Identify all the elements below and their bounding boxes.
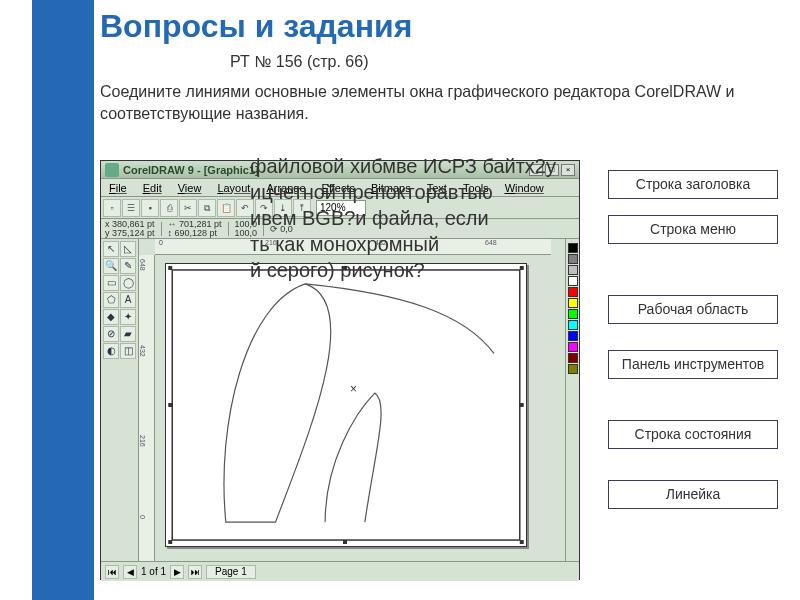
open-icon[interactable]: ☰ [122, 199, 140, 217]
status-bar: ⏮ ◀ 1 of 1 ▶ ⏭ Page 1 [101, 561, 579, 581]
page-title: Вопросы и задания [100, 8, 790, 45]
shape-tool-icon[interactable]: ◺ [120, 241, 136, 257]
coord-y: y 375,124 pt [105, 229, 155, 238]
color-swatch[interactable] [568, 320, 578, 330]
copy-icon[interactable]: ⧉ [198, 199, 216, 217]
drawing-page[interactable]: × [165, 263, 527, 547]
page-tab[interactable]: Page 1 [206, 565, 256, 579]
overlaid-question-text: файловой хибмве ИСРЗ байтх2у ицчетной пр… [250, 153, 720, 283]
ellipse-tool-icon[interactable]: ◯ [120, 275, 136, 291]
interactive-fill-icon[interactable]: ◆ [103, 309, 119, 325]
svg-text:×: × [350, 382, 357, 396]
page-subtitle: РТ № 156 (стр. 66) [230, 53, 790, 71]
page-info: 1 of 1 [141, 566, 166, 577]
color-swatch[interactable] [568, 331, 578, 341]
instruction-text: Соедините линиями основные элементы окна… [100, 81, 790, 124]
label-toolbox[interactable]: Панель инструментов [608, 350, 778, 379]
color-swatch[interactable] [568, 287, 578, 297]
label-ruler[interactable]: Линейка [608, 480, 778, 509]
print-icon[interactable]: ⎙ [160, 199, 178, 217]
svg-rect-1 [168, 266, 172, 270]
new-icon[interactable]: ▫ [103, 199, 121, 217]
label-statusbar[interactable]: Строка состояния [608, 420, 778, 449]
menu-edit[interactable]: Edit [137, 181, 168, 195]
cut-icon[interactable]: ✂ [179, 199, 197, 217]
last-page-button[interactable]: ⏭ [188, 565, 202, 579]
label-workspace[interactable]: Рабочая область [608, 295, 778, 324]
freehand-tool-icon[interactable]: ✎ [120, 258, 136, 274]
polygon-tool-icon[interactable]: ⬠ [103, 292, 119, 308]
svg-rect-3 [168, 540, 172, 544]
toolbox: ↖ ◺ 🔍 ✎ ▭ ◯ ⬠ A ◆ ✦ ⊘ ▰ ◐ ◫ [101, 239, 139, 561]
svg-rect-4 [520, 540, 524, 544]
overlay-line: й серого) рисунок? [250, 257, 720, 283]
content-area: Вопросы и задания РТ № 156 (стр. 66) Сое… [100, 8, 790, 130]
paste-icon[interactable]: 📋 [217, 199, 235, 217]
overlay-line: ть как монохромный [250, 231, 720, 257]
transp-tool-icon[interactable]: ◫ [120, 343, 136, 359]
color-swatch[interactable] [568, 298, 578, 308]
outline-tool-icon[interactable]: ⊘ [103, 326, 119, 342]
vector-drawing: × [166, 264, 526, 546]
prev-page-button[interactable]: ◀ [123, 565, 137, 579]
color-swatch[interactable] [568, 364, 578, 374]
overlay-line: ивем BGB?и файла, если [250, 205, 720, 231]
fill-tool-icon[interactable]: ▰ [120, 326, 136, 342]
color-palette [565, 239, 579, 561]
blend-tool-icon[interactable]: ◐ [103, 343, 119, 359]
save-icon[interactable]: ▪ [141, 199, 159, 217]
pick-tool-icon[interactable]: ↖ [103, 241, 119, 257]
first-page-button[interactable]: ⏮ [105, 565, 119, 579]
svg-rect-6 [343, 540, 347, 544]
color-swatch[interactable] [568, 309, 578, 319]
coord-h: ↕ 690,128 pt [168, 229, 222, 238]
overlay-line: ицчетной препокторавтью [250, 179, 720, 205]
app-icon [105, 163, 119, 177]
app-title: CorelDRAW 9 - [Graphic1] [123, 164, 259, 176]
text-tool-icon[interactable]: A [120, 292, 136, 308]
canvas-area[interactable]: 0 216 432 648 648 432 216 0 [139, 239, 565, 561]
menu-view[interactable]: View [172, 181, 208, 195]
color-swatch[interactable] [568, 353, 578, 363]
color-swatch[interactable] [568, 342, 578, 352]
menu-file[interactable]: File [103, 181, 133, 195]
svg-rect-7 [168, 403, 172, 407]
eyedrop-tool-icon[interactable]: ✦ [120, 309, 136, 325]
overlay-line: файловой хибмве ИСРЗ байтх2у [250, 153, 720, 179]
rectangle-tool-icon[interactable]: ▭ [103, 275, 119, 291]
svg-rect-8 [520, 403, 524, 407]
zoom-tool-icon[interactable]: 🔍 [103, 258, 119, 274]
workspace: ↖ ◺ 🔍 ✎ ▭ ◯ ⬠ A ◆ ✦ ⊘ ▰ ◐ ◫ 0 216 432 64… [101, 239, 579, 561]
vertical-ruler: 648 432 216 0 [139, 255, 155, 561]
next-page-button[interactable]: ▶ [170, 565, 184, 579]
decorative-stripe [32, 0, 94, 600]
